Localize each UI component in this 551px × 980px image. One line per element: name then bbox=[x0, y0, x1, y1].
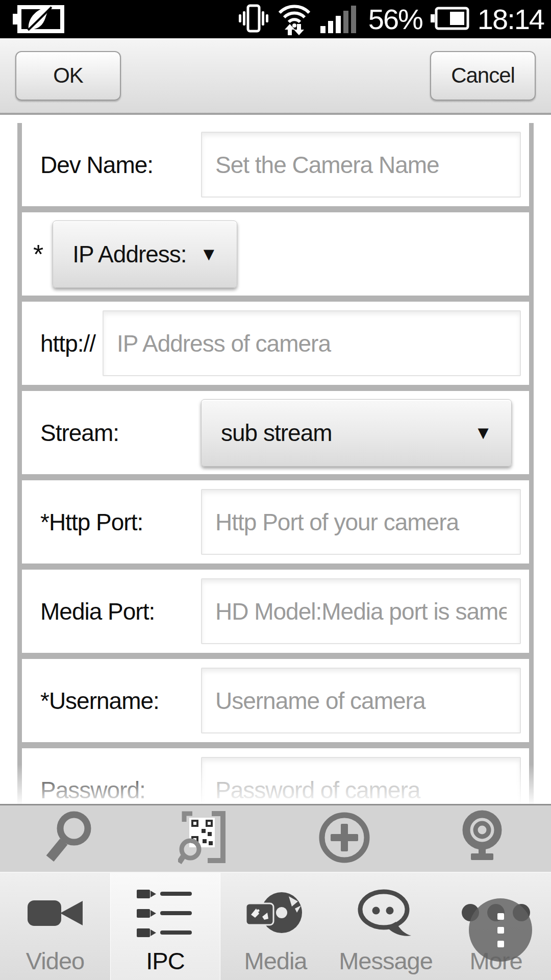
password-input[interactable] bbox=[201, 757, 521, 804]
tab-ipc[interactable]: IPC bbox=[110, 873, 220, 980]
wifi-data-icon bbox=[277, 2, 312, 37]
video-camera-icon bbox=[23, 881, 87, 946]
username-row: *Username: bbox=[22, 659, 529, 742]
form-table: Dev Name: * IP Address: ▼ http:// Stream… bbox=[17, 123, 534, 804]
stream-select[interactable]: sub stream ▼ bbox=[201, 399, 512, 467]
tab-ipc-label: IPC bbox=[146, 946, 184, 976]
vertical-ellipsis-dot bbox=[497, 913, 504, 920]
stream-row: Stream: sub stream ▼ bbox=[22, 391, 529, 474]
utility-bar bbox=[0, 804, 551, 872]
row-divider bbox=[22, 206, 529, 212]
vertical-ellipsis-dot bbox=[497, 927, 504, 934]
ok-button[interactable]: OK bbox=[15, 51, 121, 101]
action-bar: OK Cancel bbox=[0, 38, 551, 115]
signal-strength-icon bbox=[320, 4, 360, 35]
media-disc-photo-icon bbox=[245, 881, 306, 946]
battery-percent: 56% bbox=[368, 3, 422, 36]
row-divider bbox=[22, 296, 529, 302]
caret-down-icon: ▼ bbox=[200, 243, 218, 265]
search-button[interactable] bbox=[0, 805, 138, 872]
add-camera-button[interactable] bbox=[276, 805, 413, 872]
caret-down-icon: ▼ bbox=[474, 422, 492, 444]
media-port-label: Media Port: bbox=[40, 598, 201, 625]
username-label: *Username: bbox=[40, 687, 201, 715]
tab-media-label: Media bbox=[244, 946, 307, 976]
vibrate-icon bbox=[239, 3, 268, 36]
floating-menu-button[interactable] bbox=[469, 898, 532, 962]
webcam-icon bbox=[457, 810, 508, 868]
ip-address-dropdown-button[interactable]: IP Address: ▼ bbox=[53, 220, 237, 288]
qr-scan-button[interactable] bbox=[138, 805, 276, 872]
row-divider bbox=[22, 385, 529, 391]
http-port-label: *Http Port: bbox=[40, 508, 201, 536]
tab-bar: Video IPC bbox=[0, 872, 551, 980]
media-port-input[interactable] bbox=[201, 578, 521, 644]
message-bubble-icon bbox=[354, 881, 418, 946]
vertical-ellipsis-dot bbox=[497, 941, 504, 947]
add-icon bbox=[318, 811, 371, 866]
row-divider bbox=[22, 564, 529, 570]
dev-name-label: Dev Name: bbox=[40, 151, 201, 179]
tab-message[interactable]: Message bbox=[331, 873, 441, 980]
cancel-button[interactable]: Cancel bbox=[430, 51, 536, 101]
tab-video-label: Video bbox=[26, 946, 84, 976]
http-port-row: *Http Port: bbox=[22, 480, 529, 564]
stream-selected-value: sub stream bbox=[221, 419, 332, 447]
battery-saver-leaf-icon bbox=[11, 3, 65, 36]
required-mark: * bbox=[33, 239, 43, 270]
status-bar: 56% 18:14 bbox=[0, 0, 551, 38]
ip-address-dropdown-label: IP Address: bbox=[72, 240, 186, 268]
row-divider bbox=[22, 474, 529, 480]
clock: 18:14 bbox=[478, 3, 544, 36]
qr-scan-search-icon bbox=[178, 810, 235, 868]
password-row: Password: bbox=[22, 748, 529, 804]
username-input[interactable] bbox=[201, 668, 521, 733]
media-port-row: Media Port: bbox=[22, 570, 529, 653]
search-icon bbox=[43, 810, 94, 867]
ip-address-input[interactable] bbox=[103, 310, 521, 376]
tab-video[interactable]: Video bbox=[0, 873, 110, 980]
password-label: Password: bbox=[40, 776, 201, 804]
dev-name-input[interactable] bbox=[201, 132, 521, 198]
http-prefix-label: http:// bbox=[40, 330, 95, 357]
row-divider bbox=[22, 742, 529, 748]
stream-label: Stream: bbox=[40, 419, 201, 447]
row-divider bbox=[22, 653, 529, 659]
ip-address-mode-row: * IP Address: ▼ bbox=[22, 212, 529, 296]
http-url-row: http:// bbox=[22, 302, 529, 385]
webcam-button[interactable] bbox=[413, 805, 551, 872]
tab-media[interactable]: Media bbox=[220, 873, 331, 980]
http-port-input[interactable] bbox=[201, 489, 521, 555]
tab-message-label: Message bbox=[339, 946, 433, 976]
ipc-camera-list-icon bbox=[134, 881, 197, 946]
dev-name-row: Dev Name: bbox=[22, 123, 529, 206]
camera-settings-form: Dev Name: * IP Address: ▼ http:// Stream… bbox=[0, 115, 551, 804]
battery-icon bbox=[431, 6, 469, 33]
